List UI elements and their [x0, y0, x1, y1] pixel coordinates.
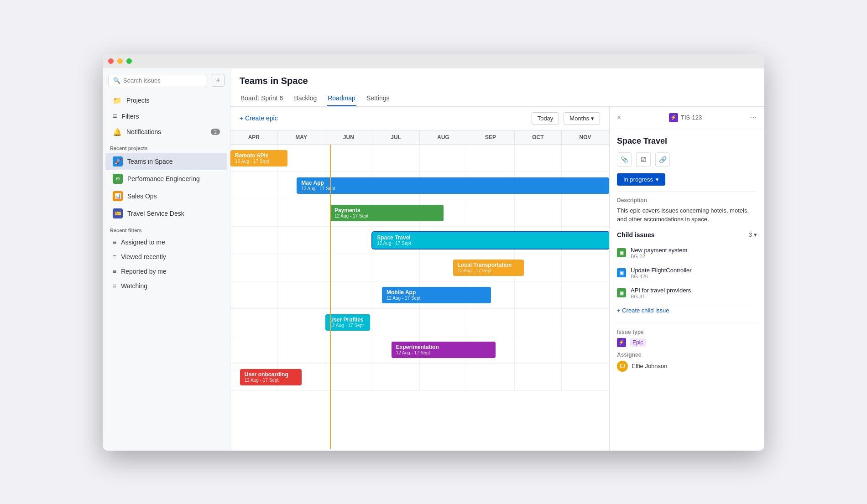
- assignee-label: Assignee: [617, 352, 757, 358]
- epic-bar-user-onboarding[interactable]: User onboarding12 Aug - 17 Sept: [240, 369, 302, 385]
- month-apr: APR: [230, 130, 278, 144]
- epic-bar-date: 12 Aug - 17 Sept: [458, 268, 520, 273]
- gantt-cell: [278, 309, 325, 336]
- panel-more-button[interactable]: ⋯: [750, 113, 757, 122]
- gantt-cell: [278, 254, 325, 281]
- sidebar-item-viewed-recently[interactable]: ≡ Viewed recently: [105, 249, 227, 264]
- child-count: 3 ▾: [749, 231, 757, 238]
- gantt-cell: [230, 309, 278, 336]
- sidebar-item-filters[interactable]: ≡ Filters: [105, 109, 227, 124]
- child-issue-2[interactable]: ▣ Update FlightController BG-426: [617, 263, 757, 283]
- panel-title: Space Travel: [617, 136, 757, 146]
- tab-backlog[interactable]: Backlog: [293, 91, 318, 106]
- link-button[interactable]: 🔗: [655, 152, 670, 167]
- minimize-dot[interactable]: [117, 58, 123, 64]
- epic-bar-label: Mac App: [301, 180, 605, 186]
- add-button[interactable]: +: [212, 74, 225, 87]
- epic-bar-date: 12 Aug - 17 Sept: [334, 213, 439, 218]
- epic-bar-local-transportation[interactable]: Local Transportation12 Aug - 17 Sept: [453, 260, 524, 276]
- gantt-cell: [562, 254, 609, 281]
- filter-icon-viewed: ≡: [113, 253, 116, 260]
- month-aug: AUG: [420, 130, 467, 144]
- epic-bar-label: Payments: [334, 207, 439, 213]
- months-button[interactable]: Months ▾: [564, 112, 600, 125]
- today-button[interactable]: Today: [532, 112, 559, 125]
- gantt-cell: [325, 254, 373, 281]
- gantt-cell: [325, 281, 373, 308]
- travel-service-desk-icon: 🎫: [113, 208, 123, 218]
- gantt-cell: [278, 336, 325, 363]
- sidebar-item-assigned-to-me[interactable]: ≡ Assigned to me: [105, 235, 227, 249]
- panel-body: Space Travel 📎 ☑ 🔗 In progress ▾ Descrip…: [610, 129, 764, 451]
- attachment-button[interactable]: 📎: [617, 152, 632, 167]
- tab-roadmap[interactable]: Roadmap: [327, 91, 356, 106]
- sidebar-item-projects[interactable]: 📁 Projects: [105, 93, 227, 109]
- chevron-down-icon-status: ▾: [656, 176, 659, 183]
- epic-bar-date: 12 Aug - 17 Sept: [245, 378, 297, 383]
- filter-icon-reported: ≡: [113, 268, 116, 275]
- maximize-dot[interactable]: [126, 58, 132, 64]
- search-icon: 🔍: [113, 77, 120, 84]
- epic-bar-label: Experimentation: [396, 344, 491, 350]
- epic-bar-remote-apis[interactable]: Remote APIs12 Aug - 17 Sept: [230, 150, 287, 166]
- today-line: [330, 145, 331, 449]
- gantt-cell: [325, 336, 373, 363]
- sidebar-item-notifications[interactable]: 🔔 Notifications 2: [105, 124, 227, 140]
- gantt-cell: [562, 364, 609, 390]
- child-issue-2-name: Update FlightController: [631, 267, 757, 274]
- gantt-cell: [230, 254, 278, 281]
- epic-bar-date: 12 Aug - 17 Sept: [235, 159, 283, 164]
- panel-header: × ⚡ TIS-123 ⋯: [610, 107, 764, 129]
- gantt-cell: [230, 281, 278, 308]
- epic-bar-user-profiles[interactable]: User Profiles12 Aug - 17 Sept: [325, 314, 371, 331]
- epic-badge: Epic: [630, 338, 646, 347]
- gantt-cell: [467, 309, 515, 336]
- epic-bar-payments[interactable]: Payments12 Aug - 17 Sept: [330, 205, 444, 221]
- divider-1: [617, 191, 757, 192]
- gantt-cell: [515, 281, 562, 308]
- child-issues-title: Child issues: [617, 231, 654, 239]
- tab-settings[interactable]: Settings: [366, 91, 391, 106]
- sidebar-item-reported-by-me[interactable]: ≡ Reported by me: [105, 264, 227, 279]
- gantt-cell: [515, 145, 562, 171]
- content-header: Teams in Space Board: Sprint 6 Backlog R…: [230, 68, 764, 107]
- sidebar-item-sales-ops[interactable]: 📊 Sales Ops: [105, 187, 227, 205]
- close-dot[interactable]: [108, 58, 114, 64]
- child-issue-3[interactable]: ▣ API for travel providers BG-41: [617, 283, 757, 303]
- epic-bar-experimentation[interactable]: Experimentation12 Aug - 17 Sept: [392, 342, 496, 358]
- projects-icon: 📁: [113, 96, 122, 105]
- search-input[interactable]: [123, 77, 202, 84]
- gantt-cell: [562, 336, 609, 363]
- sidebar-item-performance-engineering[interactable]: ⚙ Performance Engineering: [105, 170, 227, 187]
- status-button[interactable]: In progress ▾: [617, 173, 665, 186]
- epic-bar-space-travel[interactable]: Space Travel12 Aug - 17 Sept: [372, 232, 609, 249]
- epic-bar-mobile-app[interactable]: Mobile App12 Aug - 17 Sept: [382, 287, 491, 303]
- epic-bar-mac-app[interactable]: Mac App12 Aug - 17 Sept: [297, 177, 609, 194]
- child-issue-3-name: API for travel providers: [631, 287, 757, 294]
- tab-board[interactable]: Board: Sprint 6: [240, 91, 284, 106]
- gantt-cell: [467, 145, 515, 171]
- gantt-cell: [372, 309, 420, 336]
- panel-close-button[interactable]: ×: [617, 114, 621, 122]
- issue-type-icon: ⚡: [617, 338, 626, 347]
- gantt-cell: [420, 145, 467, 171]
- sidebar-item-travel-service-desk[interactable]: 🎫 Travel Service Desk: [105, 205, 227, 222]
- performance-engineering-icon: ⚙: [113, 174, 123, 184]
- child-issue-1-name: New payment system: [631, 247, 757, 254]
- notifications-icon: 🔔: [113, 128, 122, 136]
- child-issue-1[interactable]: ▣ New payment system BG-22: [617, 243, 757, 263]
- gantt-cell: [420, 364, 467, 390]
- epic-bar-date: 12 Aug - 17 Sept: [386, 296, 486, 301]
- description-text: This epic covers issues concerning hotel…: [617, 206, 757, 224]
- sidebar-item-teams-in-space[interactable]: 🚀 Teams in Space: [105, 153, 227, 170]
- gantt-body: Remote APIs12 Aug - 17 SeptMac App12 Aug…: [230, 145, 609, 449]
- create-child-issue-button[interactable]: + Create child issue: [617, 303, 669, 317]
- gantt-cell: [515, 199, 562, 226]
- chevron-down-icon: ▾: [591, 115, 594, 122]
- gantt-cell: [230, 227, 278, 254]
- gantt-cell: [372, 364, 420, 390]
- checklist-button[interactable]: ☑: [636, 152, 651, 167]
- create-epic-button[interactable]: + Create epic: [240, 113, 278, 124]
- sidebar-item-watching[interactable]: ≡ Watching: [105, 279, 227, 293]
- gantt-cell: [562, 281, 609, 308]
